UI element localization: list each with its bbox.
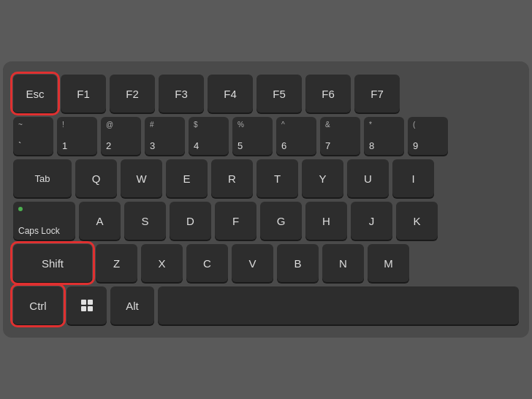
key-f4[interactable]: F4 <box>208 75 253 113</box>
key-3[interactable]: # 3 <box>145 117 185 155</box>
key-q[interactable]: Q <box>75 159 117 197</box>
key-f5[interactable]: F5 <box>256 75 302 113</box>
key-z[interactable]: Z <box>96 244 137 282</box>
row-zxcv: Shift Z X C V B N M <box>13 244 519 282</box>
key-8[interactable]: * 8 <box>364 117 404 155</box>
key-a[interactable]: A <box>79 202 121 240</box>
key-f[interactable]: F <box>215 202 256 240</box>
row-function: Esc F1 F2 F3 F4 F5 F6 F7 <box>13 75 519 113</box>
key-f6[interactable]: F6 <box>305 75 351 113</box>
key-e[interactable]: E <box>166 159 208 197</box>
key-7[interactable]: & 7 <box>320 117 360 155</box>
key-y[interactable]: Y <box>302 159 343 197</box>
key-w[interactable]: W <box>121 159 162 197</box>
key-ctrl[interactable]: Ctrl <box>13 286 63 324</box>
key-i[interactable]: I <box>392 159 434 197</box>
key-k[interactable]: K <box>396 202 438 240</box>
row-qwerty: Tab Q W E R T Y U I <box>13 159 519 197</box>
key-tab[interactable]: Tab <box>13 159 72 197</box>
key-x[interactable]: X <box>141 244 183 282</box>
key-2[interactable]: @ 2 <box>101 117 141 155</box>
key-n[interactable]: N <box>322 244 364 282</box>
key-t[interactable]: T <box>256 159 298 197</box>
key-5[interactable]: % 5 <box>232 117 273 155</box>
key-caps-lock[interactable]: Caps Lock <box>13 202 75 240</box>
windows-icon <box>81 300 93 311</box>
row-asdf: Caps Lock A S D F G H J K <box>13 202 519 240</box>
key-u[interactable]: U <box>347 159 389 197</box>
key-g[interactable]: G <box>260 202 302 240</box>
key-b[interactable]: B <box>277 244 319 282</box>
key-f1[interactable]: F1 <box>61 75 106 113</box>
row-numbers: ~ ` ! 1 @ 2 # 3 $ 4 % 5 ^ 6 & 7 <box>13 117 519 155</box>
key-d[interactable]: D <box>170 202 211 240</box>
key-4[interactable]: $ 4 <box>189 117 229 155</box>
key-1[interactable]: ! 1 <box>57 117 97 155</box>
key-s[interactable]: S <box>124 202 166 240</box>
key-f2[interactable]: F2 <box>110 75 155 113</box>
key-f7[interactable]: F7 <box>354 75 400 113</box>
key-v[interactable]: V <box>232 244 273 282</box>
key-esc[interactable]: Esc <box>13 75 57 113</box>
key-r[interactable]: R <box>211 159 253 197</box>
keyboard: Esc F1 F2 F3 F4 F5 F6 F7 ~ ` ! 1 <box>3 61 529 338</box>
key-shift[interactable]: Shift <box>13 244 92 282</box>
key-m[interactable]: M <box>368 244 409 282</box>
row-bottom: Ctrl Alt <box>13 286 519 324</box>
key-tilde[interactable]: ~ ` <box>13 117 53 155</box>
key-f3[interactable]: F3 <box>159 75 204 113</box>
key-space[interactable] <box>158 286 519 324</box>
key-c[interactable]: C <box>186 244 228 282</box>
key-win[interactable] <box>66 286 107 324</box>
key-alt[interactable]: Alt <box>110 286 154 324</box>
caps-lock-indicator <box>18 207 23 211</box>
key-9[interactable]: ( 9 <box>408 117 448 155</box>
key-h[interactable]: H <box>305 202 347 240</box>
key-j[interactable]: J <box>351 202 392 240</box>
key-6[interactable]: ^ 6 <box>276 117 316 155</box>
